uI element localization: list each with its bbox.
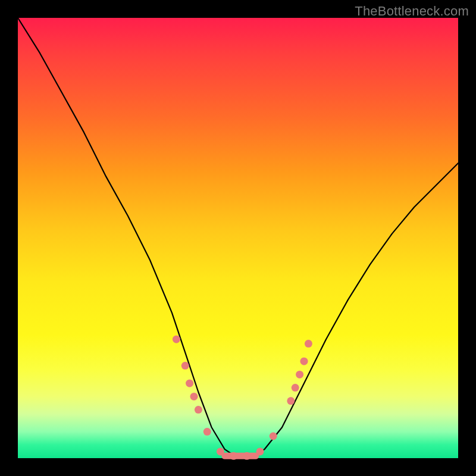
data-marker: [300, 358, 308, 365]
data-marker: [287, 397, 295, 405]
bottleneck-curve: [18, 18, 458, 458]
data-marker: [256, 447, 264, 455]
data-marker: [292, 384, 299, 392]
data-marker: [217, 447, 224, 455]
curve-layer: [18, 18, 458, 458]
data-marker: [190, 393, 198, 400]
watermark-text: TheBottleneck.com: [355, 4, 469, 19]
data-marker: [243, 452, 250, 460]
plot-area: [18, 18, 458, 458]
data-marker: [305, 340, 312, 347]
data-marker: [296, 371, 303, 378]
data-marker: [203, 428, 211, 436]
data-marker: [270, 433, 277, 440]
data-marker: [181, 362, 189, 369]
data-marker: [186, 380, 193, 387]
data-marker: [173, 336, 180, 343]
data-marker: [195, 406, 202, 414]
data-marker: [230, 452, 237, 460]
chart-frame: TheBottleneck.com: [0, 0, 476, 476]
